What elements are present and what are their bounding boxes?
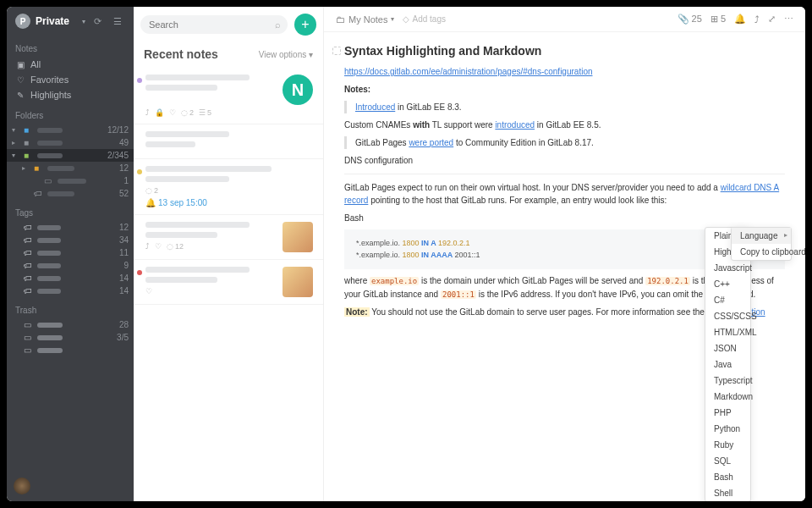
search-input[interactable] [140,15,288,34]
code-lang-label: Bash [344,212,785,224]
expand-icon[interactable]: ⤢ [768,14,776,25]
note-card[interactable]: ♡ [134,260,323,305]
comment-count: ◌ 2 [181,108,194,117]
nav-favorites[interactable]: ♡ Favorites [7,72,134,87]
doc-link[interactable]: Introduced [355,102,395,112]
doc-link[interactable]: https://docs.gitlab.com/ee/administratio… [344,67,593,76]
trash-item[interactable]: ▭3/5 [7,331,134,344]
folder-item[interactable]: ▭1 [7,174,134,187]
folder-icon: ■ [34,163,44,173]
folder-item[interactable]: ▸■12 [7,162,134,174]
note-card[interactable]: N ⤴ 🔒 ♡ ◌ 2 ☰ 5 [134,68,323,124]
note-card[interactable] [134,124,323,159]
menu-item[interactable]: C# [705,292,750,308]
menu-icon[interactable]: ☰ [110,16,125,27]
menu-item[interactable]: C++ [705,276,750,292]
menu-item[interactable]: SQL [705,453,750,469]
menu-item[interactable]: Shell [705,485,750,501]
tag-item[interactable]: 🏷12 [7,221,134,234]
menu-item[interactable]: Java [705,356,750,373]
sidebar: P Private ▾ ⟳ ☰ Notes ▣ All ♡ Favorites … [7,7,134,501]
trash-count: 3/5 [117,333,129,342]
language-submenu[interactable]: Plain TextHighlightJavascriptC++C#CSS/SC… [705,227,751,501]
folder-item[interactable]: ▸■49 [7,136,134,149]
tag-item[interactable]: 🏷34 [7,234,134,246]
tag-item[interactable]: 🏷14 [7,272,134,284]
trash-item[interactable]: ▭28 [7,318,134,331]
share-icon: ⤴ [145,108,150,117]
more-icon[interactable]: ⋯ [784,14,793,25]
folder-count: 12 [119,163,129,173]
folder-item[interactable]: ▾■2/345 [7,149,134,162]
heart-icon: ♡ [15,75,25,85]
trash-icon: ▭ [24,320,34,329]
breadcrumb-label: My Notes [348,14,387,25]
comment-count: ◌ 12 [167,242,184,251]
search-icon: ⌕ [275,19,281,30]
paragraph: DNS configuration [344,154,785,167]
folder-item[interactable]: ▾■12/12 [7,124,134,136]
highlight-icon: ✎ [15,91,25,100]
notifications-icon[interactable]: 🔔 [734,14,746,25]
note-card[interactable]: ⤴ ♡ ◌ 12 [134,215,323,260]
bell-icon: 🔔 [145,198,156,207]
comment-count: ◌ 2 [145,186,158,195]
columns-button[interactable]: ⊞ 5 [710,14,726,25]
menu-item[interactable]: Copy to clipboard [732,244,791,260]
folder-icon: ▭ [44,176,54,185]
view-options[interactable]: View options ▾ [259,50,313,59]
lock-icon: 🔒 [155,108,164,117]
workspace-switcher[interactable]: P Private ▾ ⟳ ☰ [7,7,134,36]
doc-link[interactable]: introduced [495,120,535,130]
menu-item[interactable]: JSON [705,340,750,356]
user-avatar[interactable] [14,478,30,494]
tag-icon: 🏷 [24,223,34,232]
heart-icon: ♡ [145,287,152,295]
notes-label: Notes: [344,85,370,94]
attachment-button[interactable]: 📎 25 [678,14,702,25]
section-trash: Trash [7,297,134,318]
menu-item[interactable]: Ruby [705,437,750,453]
paragraph: GitLab Pages expect to run on their own … [344,181,785,207]
code-block-context-menu[interactable]: LanguageCopy to clipboard [731,227,792,261]
nav-highlights[interactable]: ✎ Highlights [7,87,134,102]
menu-item[interactable]: PHP [705,405,750,421]
menu-item[interactable]: Markdown [705,389,750,405]
folder-count: 2/345 [107,151,129,160]
section-folders: Folders [7,102,134,124]
menu-item[interactable]: Javascript [705,260,750,276]
folder-item[interactable]: 🏷52 [7,187,134,200]
notes-list-panel: ⌕ + Recent notes View options ▾ N ⤴ 🔒 ♡ … [134,7,324,501]
tag-count: 14 [119,273,129,283]
menu-item[interactable]: Language [732,228,791,244]
menu-item[interactable]: CSS/SCSS [705,308,750,324]
status-dot [137,270,142,275]
tag-item[interactable]: 🏷9 [7,259,134,272]
share-icon[interactable]: ⤴ [754,14,760,25]
nav-all[interactable]: ▣ All [7,57,134,72]
menu-item[interactable]: Python [705,421,750,437]
trash-count: 28 [119,320,129,329]
tag-item[interactable]: 🏷14 [7,284,134,297]
workspace-avatar: P [15,14,30,29]
new-note-button[interactable]: + [294,14,316,36]
tag-item[interactable]: 🏷11 [7,246,134,259]
tag-icon: ◇ [403,14,409,24]
note-card[interactable]: ◌ 2 🔔13 sep 15:00 [134,159,323,215]
caret-icon: ▾ [12,152,20,159]
tag-icon: 🏷 [24,286,34,295]
folder-count: 12/12 [107,125,129,135]
content-toolbar: 🗀 My Notes ▾ ◇ Add tags 📎 25 ⊞ 5 🔔 ⤴ ⤢ ⋯ [324,7,805,32]
sync-icon[interactable]: ⟳ [91,16,105,27]
doc-link[interactable]: were ported [409,138,453,147]
trash-item[interactable]: ▭ [7,344,134,356]
menu-item[interactable]: HTML/XML [705,324,750,340]
tag-icon: 🏷 [24,273,34,283]
breadcrumb[interactable]: 🗀 My Notes ▾ [336,14,394,25]
tag-icon: 🏷 [24,261,34,270]
search-box[interactable]: ⌕ [140,15,288,34]
add-tags-button[interactable]: ◇ Add tags [403,14,445,24]
menu-item[interactable]: Typescript [705,373,750,389]
menu-item[interactable]: Bash [705,469,750,485]
heart-icon: ♡ [155,242,162,251]
